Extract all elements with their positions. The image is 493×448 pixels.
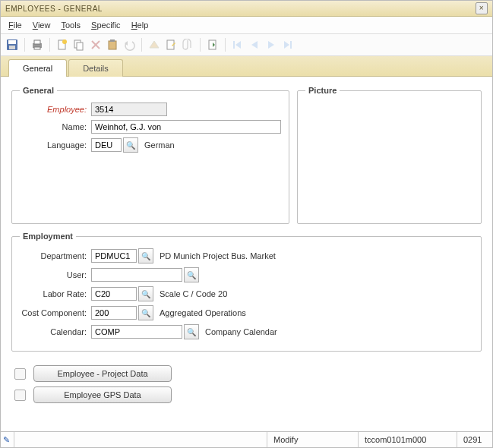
separator [49, 38, 50, 52]
svg-rect-4 [34, 40, 40, 44]
status-message [14, 432, 267, 447]
menu-tools[interactable]: Tools [56, 19, 85, 31]
name-label: Name: [20, 122, 91, 131]
svg-rect-18 [233, 41, 235, 49]
separator [200, 38, 201, 52]
menu-help[interactable]: Help [127, 19, 153, 31]
menu-file[interactable]: File [4, 19, 27, 31]
new-icon[interactable] [55, 38, 69, 52]
labor-rate-label: Labor Rate: [20, 289, 91, 298]
employee-field[interactable] [91, 103, 167, 116]
menu-view[interactable]: View [28, 19, 55, 31]
name-field[interactable] [91, 120, 281, 134]
language-desc: German [144, 140, 175, 150]
svg-rect-9 [77, 43, 83, 50]
employee-gps-data-button[interactable]: Employee GPS Data [33, 386, 172, 403]
window: EMPLOYEES - GENERAL × File View Tools Sp… [0, 0, 493, 448]
project-data-checkbox[interactable] [14, 368, 26, 380]
cost-component-desc: Aggregated Operations [160, 308, 246, 317]
menubar: File View Tools Specific Help [1, 17, 492, 34]
group-general: General Employee: Name: Language: 🔍 Germ… [11, 86, 289, 224]
language-label: Language: [20, 140, 91, 150]
svg-rect-12 [109, 41, 116, 49]
employee-project-data-button[interactable]: Employee - Project Data [33, 365, 172, 382]
labor-rate-lookup-icon[interactable]: 🔍 [138, 286, 153, 301]
undo-icon [122, 38, 136, 52]
cost-component-label: Cost Component: [20, 308, 91, 317]
separator [24, 38, 25, 52]
calendar-lookup-icon[interactable]: 🔍 [184, 324, 199, 339]
calendar-label: Calendar: [20, 327, 91, 336]
prev-icon [248, 38, 261, 52]
separator [225, 38, 226, 52]
separator [141, 38, 142, 52]
svg-marker-21 [268, 41, 274, 49]
menu-specific[interactable]: Specific [87, 19, 125, 31]
svg-rect-13 [110, 39, 115, 42]
tab-details[interactable]: Details [68, 59, 123, 77]
svg-rect-23 [290, 41, 292, 49]
status-session: tccom0101m000 [359, 432, 457, 447]
svg-rect-2 [9, 46, 15, 49]
department-desc: PD Munich Project Bus. Market [160, 251, 276, 260]
send-icon [147, 38, 161, 52]
group-general-legend: General [20, 86, 57, 95]
tabstrip: General Details [1, 56, 492, 77]
user-lookup-icon[interactable]: 🔍 [184, 267, 199, 282]
language-lookup-icon[interactable]: 🔍 [123, 137, 138, 153]
svg-marker-22 [284, 41, 289, 49]
status-mode: Modify [267, 432, 359, 447]
svg-marker-20 [251, 41, 258, 49]
status-company: 0291 [457, 432, 492, 447]
last-icon [281, 38, 295, 52]
edit-mode-icon: ✎ [3, 435, 11, 445]
department-field[interactable] [91, 249, 137, 263]
svg-rect-1 [8, 40, 16, 44]
svg-marker-19 [235, 41, 241, 49]
cost-component-field[interactable] [91, 306, 137, 320]
language-field[interactable] [91, 138, 122, 152]
export-icon[interactable] [206, 38, 220, 52]
titlebar: EMPLOYEES - GENERAL × [1, 1, 492, 17]
gps-data-checkbox[interactable] [14, 390, 26, 401]
group-picture: Picture [297, 86, 482, 224]
department-lookup-icon[interactable]: 🔍 [138, 248, 153, 263]
svg-point-7 [62, 39, 67, 44]
edit-icon[interactable] [164, 38, 178, 52]
statusbar: ✎ Modify tccom0101m000 0291 [1, 431, 492, 447]
next-icon [264, 38, 278, 52]
user-label: User: [20, 270, 91, 279]
svg-rect-5 [34, 47, 40, 49]
toolbar [1, 34, 492, 56]
delete-icon [89, 38, 103, 52]
user-field[interactable] [91, 268, 182, 282]
close-icon[interactable]: × [476, 2, 488, 14]
paste-icon[interactable] [106, 38, 119, 52]
group-picture-legend: Picture [305, 86, 340, 95]
department-label: Department: [20, 251, 91, 260]
cost-component-lookup-icon[interactable]: 🔍 [138, 305, 153, 320]
print-icon[interactable] [30, 38, 44, 52]
copy-icon[interactable] [72, 38, 86, 52]
calendar-desc: Company Calendar [205, 327, 277, 336]
calendar-field[interactable] [91, 325, 182, 339]
save-icon[interactable] [5, 38, 19, 52]
tab-general[interactable]: General [8, 59, 67, 77]
labor-rate-desc: Scale C / Code 20 [160, 289, 227, 298]
tab-content: General Employee: Name: Language: 🔍 Germ… [1, 77, 492, 431]
labor-rate-field[interactable] [91, 287, 137, 301]
window-title: EMPLOYEES - GENERAL [5, 5, 476, 13]
group-employment-legend: Employment [20, 232, 76, 241]
first-icon [231, 38, 245, 52]
group-employment: Employment Department: 🔍 PD Munich Proje… [11, 232, 482, 352]
attach-icon [181, 38, 194, 52]
employee-label: Employee: [20, 105, 91, 114]
